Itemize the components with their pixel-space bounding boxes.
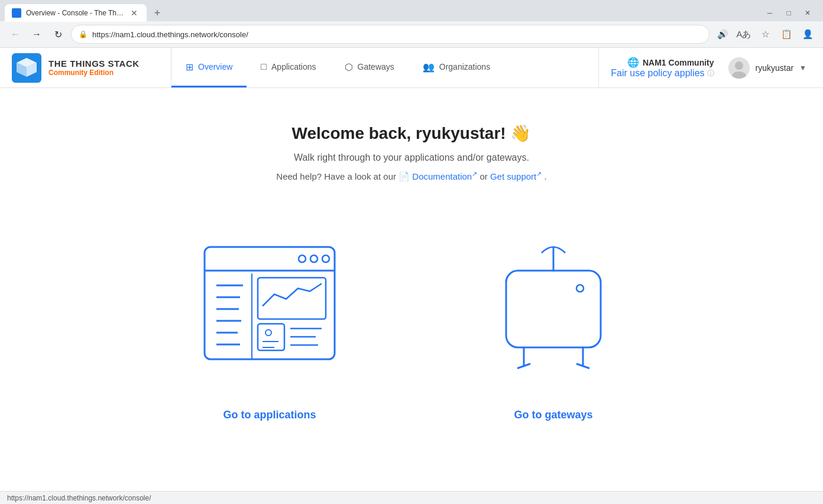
svg-rect-4	[205, 247, 335, 359]
address-bar[interactable]: 🔒 https://nam1.cloud.thethings.network/c…	[71, 25, 709, 44]
organizations-icon: 👥	[423, 61, 435, 73]
go-to-gateways-label: Go to gateways	[514, 409, 592, 421]
welcome-subtitle: Walk right through to your applications …	[276, 152, 546, 163]
svg-point-7	[310, 255, 317, 262]
info-icon: ⓘ	[707, 69, 714, 79]
main-nav: ⊞ Overview □ Applications ⬡ Gateways 👥 O…	[171, 48, 598, 87]
user-menu[interactable]: ryukyustar ▼	[724, 53, 811, 83]
url-text: https://nam1.cloud.thethings.network/con…	[92, 30, 702, 39]
svg-rect-17	[258, 324, 284, 350]
reader-view-button[interactable]: Aあ	[735, 26, 752, 43]
favorites-button[interactable]: ☆	[757, 26, 773, 43]
lock-icon: 🔒	[79, 30, 88, 38]
fair-use-link[interactable]: Fair use policy applies	[611, 68, 704, 79]
applications-icon: □	[261, 61, 267, 72]
app-header: THE THINGS STACK Community Edition ⊞ Ove…	[0, 48, 823, 88]
status-url: https://nam1.cloud.thethings.network/con…	[7, 494, 151, 498]
svg-point-26	[576, 285, 584, 292]
overview-icon: ⊞	[186, 61, 193, 73]
new-tab-button[interactable]: +	[149, 5, 166, 21]
reload-button[interactable]: ↻	[50, 26, 66, 43]
close-button[interactable]: ✕	[799, 5, 816, 21]
ttn-community-text: Community Edition	[48, 69, 140, 77]
go-to-applications-card[interactable]: Go to applications	[151, 229, 388, 421]
support-link[interactable]: Get support↗	[490, 171, 545, 181]
read-aloud-button[interactable]: 🔊	[714, 26, 731, 43]
cluster-name: NAM1 Community	[643, 58, 714, 67]
ttn-text-block: THE THINGS STACK Community Edition	[48, 58, 140, 77]
globe-icon: 🌐	[627, 57, 639, 68]
dropdown-arrow-icon: ▼	[799, 64, 806, 72]
documentation-link[interactable]: 📄 Documentation↗	[398, 171, 479, 181]
help-text: Need help? Have a look at our 📄 Document…	[276, 170, 546, 182]
main-content: Welcome back, ryukyustar! 👋 Walk right t…	[0, 88, 823, 498]
welcome-title: Welcome back, ryukyustar! 👋	[276, 123, 546, 143]
ttn-logo: THE THINGS STACK Community Edition	[12, 53, 140, 83]
nav-organizations[interactable]: 👥 Organizations	[409, 48, 504, 87]
svg-point-2	[735, 61, 743, 70]
cards-section: Go to applications	[0, 206, 823, 457]
restore-button[interactable]: □	[780, 5, 797, 21]
collections-button[interactable]: 📋	[778, 26, 795, 43]
nav-overview-label: Overview	[198, 62, 232, 71]
nav-organizations-label: Organizations	[439, 62, 490, 71]
go-to-gateways-card[interactable]: Go to gateways	[435, 229, 672, 421]
back-button[interactable]: ←	[7, 26, 24, 43]
forward-button[interactable]: →	[28, 26, 45, 43]
logo-section: THE THINGS STACK Community Edition	[0, 48, 171, 87]
tab-title: Overview - Console - The Things...	[26, 9, 124, 17]
tab-favicon	[12, 8, 21, 18]
user-name: ryukyustar	[756, 63, 794, 73]
svg-rect-16	[258, 278, 326, 319]
browser-tab[interactable]: Overview - Console - The Things... ✕	[5, 4, 147, 22]
applications-illustration	[187, 229, 352, 395]
gateways-illustration	[471, 229, 636, 395]
nav-applications[interactable]: □ Applications	[247, 48, 330, 87]
help-suffix: .	[544, 171, 546, 181]
cluster-info: 🌐 NAM1 Community Fair use policy applies…	[611, 57, 714, 79]
header-right: 🌐 NAM1 Community Fair use policy applies…	[598, 48, 823, 87]
minimize-button[interactable]: ─	[762, 5, 778, 21]
ttn-icon	[12, 53, 41, 83]
nav-applications-label: Applications	[271, 62, 316, 71]
nav-overview[interactable]: ⊞ Overview	[171, 48, 247, 87]
status-bar: https://nam1.cloud.thethings.network/con…	[0, 491, 823, 498]
help-prefix: Need help? Have a look at our	[276, 171, 396, 181]
gateways-icon: ⬡	[345, 61, 353, 73]
nav-gateways-label: Gateways	[358, 62, 394, 71]
svg-rect-25	[506, 271, 601, 347]
profile-button[interactable]: 👤	[799, 26, 816, 43]
go-to-applications-label: Go to applications	[223, 409, 316, 421]
user-avatar	[728, 57, 750, 79]
svg-point-8	[322, 255, 329, 262]
welcome-section: Welcome back, ryukyustar! 👋 Walk right t…	[264, 88, 558, 206]
help-or: or	[479, 171, 487, 181]
tab-close-button[interactable]: ✕	[129, 8, 140, 18]
svg-point-18	[265, 330, 271, 336]
ttn-stack-text: THE THINGS STACK	[48, 58, 140, 69]
nav-gateways[interactable]: ⬡ Gateways	[331, 48, 409, 87]
svg-point-6	[299, 255, 306, 262]
